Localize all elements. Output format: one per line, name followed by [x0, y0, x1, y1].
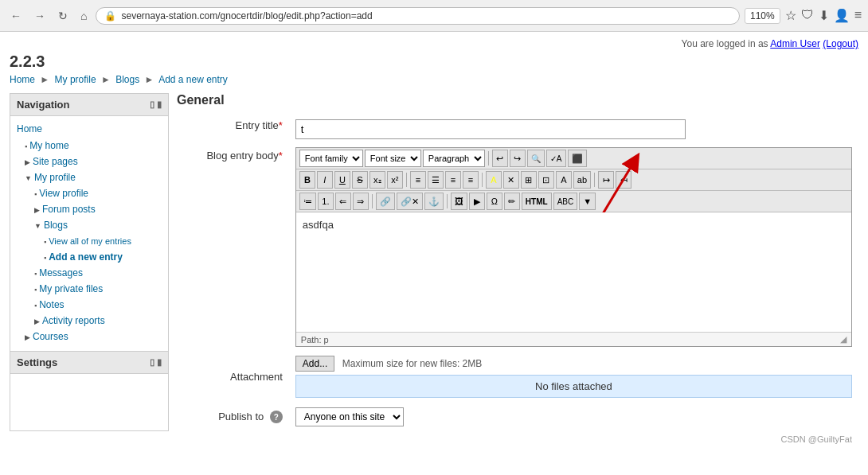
align-left-button[interactable]: ≡: [410, 171, 426, 189]
undo-button[interactable]: ↩: [492, 150, 508, 167]
editor-content: asdfqa: [303, 219, 334, 231]
menu-icon[interactable]: ≡: [854, 8, 862, 23]
home-link[interactable]: Home: [17, 123, 42, 134]
settings-toggle[interactable]: ▯ ▮: [150, 357, 162, 368]
url-display: severnaya-station.com/gnocertdir/blog/ed…: [121, 10, 372, 21]
italic-button[interactable]: I: [317, 171, 333, 189]
sidebar-item-viewprofile[interactable]: View profile: [10, 185, 168, 201]
clear-format-button[interactable]: ✕: [503, 171, 519, 189]
sidebar-item-courses[interactable]: Courses: [10, 329, 168, 345]
profile-icon: 👤: [834, 8, 850, 23]
download-icon: ⬇: [819, 8, 829, 23]
settings-collapse-icon[interactable]: ▮: [157, 357, 162, 368]
outdent-button[interactable]: ⇐: [335, 193, 351, 210]
resize-handle[interactable]: ◢: [840, 334, 846, 345]
blog-body-cell: Font family Font size Paragraph: [289, 143, 858, 351]
breadcrumb-blogs[interactable]: Blogs: [115, 74, 139, 85]
blog-body-row: Blog entry body* Font family: [177, 143, 858, 351]
sidebar-item-myprofile[interactable]: My profile: [10, 169, 168, 185]
ltr-button[interactable]: ↦: [598, 171, 614, 189]
paragraph-select[interactable]: Paragraph: [423, 150, 485, 167]
highlight-color-button[interactable]: ab: [573, 171, 591, 189]
sidebar-item-sitepages[interactable]: Site pages: [10, 154, 168, 169]
breadcrumb-myprofile[interactable]: My profile: [55, 74, 96, 85]
ordered-list-button[interactable]: 1.: [318, 193, 334, 210]
font-family-select[interactable]: Font family: [299, 150, 363, 167]
back-button[interactable]: ←: [6, 8, 25, 24]
sidebar-item-notes[interactable]: Notes: [10, 297, 168, 313]
sidebar-item-blogs[interactable]: Blogs: [10, 217, 168, 233]
sidebar-item-myhome[interactable]: My home: [10, 138, 168, 154]
login-info: You are logged in as Admin User (Logout): [10, 38, 858, 49]
security-icon: 🔒: [104, 10, 116, 21]
search-replace-button[interactable]: 🔍: [527, 150, 545, 167]
rtl-button[interactable]: ↤: [616, 171, 631, 189]
entry-title-input[interactable]: [295, 119, 686, 139]
entry-title-cell: [289, 115, 858, 143]
more-btn[interactable]: ▼: [579, 193, 596, 210]
align-center-button[interactable]: ☰: [428, 171, 444, 189]
entry-title-row: Entry title*: [177, 115, 858, 143]
unordered-list-button[interactable]: ≔: [299, 193, 316, 210]
admin-user-link[interactable]: Admin User: [770, 38, 820, 49]
logout-link[interactable]: (Logout): [823, 38, 858, 49]
breadcrumb-sep-3: ►: [145, 74, 154, 85]
sidebar-item-home[interactable]: Home: [10, 119, 168, 138]
redo-button[interactable]: ↪: [510, 150, 526, 167]
settings-expand-icon[interactable]: ▯: [150, 357, 154, 368]
publish-help-icon[interactable]: ?: [270, 411, 283, 423]
anchor-btn[interactable]: ⚓: [424, 193, 444, 210]
sidebar-item-viewall[interactable]: View all of my entries: [10, 233, 168, 249]
sidebar-toggle[interactable]: ▯ ▮: [150, 99, 162, 110]
edit-html-btn[interactable]: ✏: [504, 193, 520, 210]
star-icon[interactable]: ☆: [785, 8, 796, 23]
html-btn[interactable]: HTML: [522, 193, 552, 210]
fullscreen-button[interactable]: ⬛: [568, 150, 587, 167]
sidebar-expand-icon[interactable]: ▯: [150, 99, 154, 110]
sidebar-item-forumposts[interactable]: Forum posts: [10, 201, 168, 217]
subscript-button[interactable]: x₂: [369, 171, 385, 189]
attachment-row: Attachment Add... Maximum size for new f…: [177, 351, 858, 403]
highlight-button[interactable]: A: [486, 171, 502, 189]
breadcrumb-current: Add a new entry: [158, 74, 228, 85]
breadcrumb-home[interactable]: Home: [10, 74, 35, 85]
sidebar-item-privatefiles[interactable]: My private files: [10, 281, 168, 297]
url-bar[interactable]: 🔒 severnaya-station.com/gnocertdir/blog/…: [96, 7, 739, 25]
remove-link-btn[interactable]: 🔗✕: [397, 193, 423, 210]
main-container: Navigation ▯ ▮ Home My home Site pages M…: [10, 93, 858, 431]
shield-icon: 🛡: [801, 8, 814, 23]
editor-toolbar-row3: ≔ 1. ⇐ ⇒ 🔗 🔗✕ ⚓ 🖼: [296, 191, 851, 212]
font-size-select[interactable]: Font size: [365, 150, 421, 167]
forward-button[interactable]: →: [30, 8, 49, 24]
home-button[interactable]: ⌂: [76, 8, 91, 24]
spellcheck-button[interactable]: ✓A: [546, 150, 566, 167]
insert-special-btn[interactable]: Ω: [487, 193, 502, 210]
sidebar-collapse-icon[interactable]: ▮: [157, 99, 162, 110]
sidebar-item-messages[interactable]: Messages: [10, 265, 168, 281]
sidebar-item-addnewentry[interactable]: Add a new entry: [10, 249, 168, 265]
editor-toolbar-row2: B I U S x₂ x² ≡ ☰ ≡: [296, 169, 851, 191]
insert-link-button[interactable]: ⊡: [538, 171, 554, 189]
refresh-button[interactable]: ↻: [54, 8, 72, 24]
insert-link-btn[interactable]: 🔗: [376, 193, 395, 210]
align-justify-button[interactable]: ≡: [463, 171, 479, 189]
editor-body[interactable]: asdfqa: [296, 212, 851, 332]
abc-btn[interactable]: ABC: [553, 193, 578, 210]
superscript-button[interactable]: x²: [387, 171, 403, 189]
align-right-button[interactable]: ≡: [445, 171, 461, 189]
browser-icons: 🛡 ⬇ 👤 ≡: [801, 8, 862, 23]
strikethrough-button[interactable]: S: [352, 171, 368, 189]
add-attachment-button[interactable]: Add...: [295, 356, 334, 372]
max-size-text: Maximum size for new files: 2MB: [342, 358, 482, 369]
publish-label: Publish to ?: [177, 403, 289, 431]
insert-image-btn[interactable]: 🖼: [451, 193, 467, 210]
font-color-button[interactable]: A: [556, 171, 572, 189]
insert-media-btn[interactable]: ▶: [469, 193, 485, 210]
underline-button[interactable]: U: [334, 171, 350, 189]
bold-button[interactable]: B: [299, 171, 315, 189]
indent-button[interactable]: ⇒: [353, 193, 369, 210]
publish-select[interactable]: Anyone on this site: [295, 407, 404, 426]
attachment-label: Attachment: [177, 351, 289, 403]
insert-table-button[interactable]: ⊞: [521, 171, 537, 189]
sidebar-item-activityreports[interactable]: Activity reports: [10, 313, 168, 329]
